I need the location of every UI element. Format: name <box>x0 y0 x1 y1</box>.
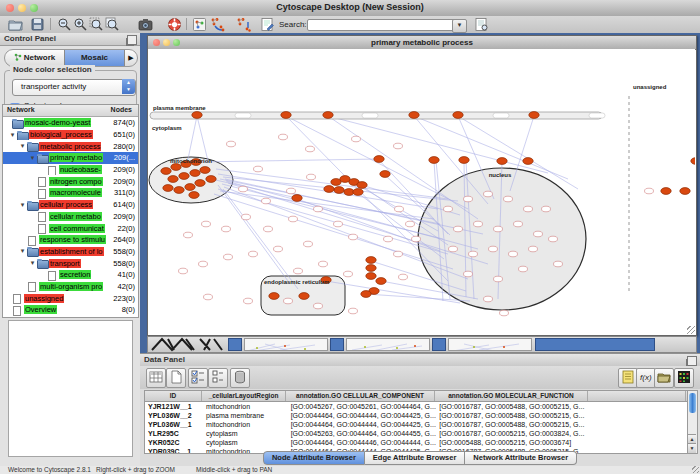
gene-node[interactable] <box>514 221 523 227</box>
network-window[interactable]: primary metabolic process plasma membran… <box>147 35 697 336</box>
selected-gene-node[interactable] <box>185 184 195 191</box>
gene-node[interactable] <box>264 226 273 232</box>
copy-network-style-icon[interactable] <box>210 17 225 32</box>
gene-node[interactable] <box>494 226 503 232</box>
selected-gene-node[interactable] <box>523 158 533 165</box>
table-cell[interactable]: [GO:0016787, GO:0005215, GO:0003824, G..… <box>436 429 588 438</box>
annotate-icon[interactable] <box>260 17 275 32</box>
minimized-window-thumbnail[interactable] <box>244 338 328 351</box>
gene-node[interactable] <box>254 166 263 172</box>
network-overview-icon[interactable] <box>192 17 207 32</box>
minimized-window-thumbnail[interactable] <box>346 338 430 351</box>
membrane-pill-node[interactable] <box>235 113 251 118</box>
gene-node[interactable] <box>184 232 193 238</box>
save-session-icon[interactable] <box>30 17 45 32</box>
gene-node[interactable] <box>284 298 293 304</box>
selected-gene-node[interactable] <box>189 192 199 199</box>
selected-gene-node[interactable] <box>206 176 216 183</box>
gene-node[interactable] <box>554 261 563 267</box>
selected-gene-node[interactable] <box>429 157 439 164</box>
gene-node[interactable] <box>464 196 473 202</box>
membrane-pill-node[interactable] <box>589 113 605 118</box>
gene-node[interactable] <box>464 271 473 277</box>
table-cell[interactable]: [GO:0044464, GO:0044444, GO:0044425, G..… <box>288 420 437 429</box>
tree-row[interactable]: ▾primary metabo209(... <box>3 152 138 164</box>
expand-triangle[interactable]: ▾ <box>28 259 37 267</box>
network-canvas[interactable]: plasma membranecytoplasmmitochondrionnuc… <box>148 49 695 333</box>
unselect-attributes-icon[interactable] <box>208 368 228 388</box>
snapshot-icon[interactable] <box>138 17 153 32</box>
table-cell[interactable]: mitochondrion <box>203 420 288 429</box>
selected-gene-node[interactable] <box>661 188 671 195</box>
gene-node[interactable] <box>222 226 231 232</box>
column-header[interactable] <box>588 391 686 401</box>
tree-row[interactable]: response to stimulu264(0) <box>3 234 138 246</box>
selected-gene-node[interactable] <box>366 257 376 264</box>
tree-row[interactable]: unassigned223(0) <box>3 292 138 304</box>
gene-node[interactable] <box>534 231 543 237</box>
selected-gene-node[interactable] <box>453 112 463 119</box>
gene-node[interactable] <box>494 276 503 282</box>
selected-gene-node[interactable] <box>497 158 507 165</box>
table-row[interactable]: YPL036W__1mitochondrion[GO:0044464, GO:0… <box>145 420 687 429</box>
gene-node[interactable] <box>500 310 509 316</box>
selected-gene-node[interactable] <box>269 293 279 300</box>
gene-node[interactable] <box>249 251 258 257</box>
gene-node[interactable] <box>449 246 458 252</box>
table-cell[interactable]: [GO:0005488, GO:0005215, GO:0003674] <box>436 438 588 447</box>
table-cell[interactable]: mitochondrion <box>203 402 288 411</box>
minimized-window-titlebar[interactable] <box>535 338 655 351</box>
table-cell[interactable]: [GO:0016787, GO:0005488, GO:0005215, G..… <box>436 411 588 420</box>
gene-node[interactable] <box>334 221 343 227</box>
minimized-window-icon[interactable] <box>228 338 242 351</box>
selected-gene-node[interactable] <box>376 278 386 285</box>
column-header[interactable]: _cellularLayoutRegion <box>202 391 286 401</box>
tree-row[interactable]: ▾metabolic process280(0) <box>3 140 138 152</box>
selected-gene-node[interactable] <box>292 195 302 202</box>
gene-node[interactable] <box>349 308 358 314</box>
selected-gene-node[interactable] <box>324 186 334 193</box>
table-cell[interactable]: [GO:0045263, GO:0044464, GO:0044455, G..… <box>288 429 437 438</box>
gene-node[interactable] <box>349 234 358 240</box>
table-row[interactable]: YJR121W__1mitochondrion[GO:0045267, GO:0… <box>145 402 687 411</box>
tab-network[interactable]: Network <box>5 50 64 66</box>
gene-node[interactable] <box>227 141 236 147</box>
gene-node[interactable] <box>542 206 551 212</box>
selected-gene-node[interactable] <box>323 112 333 119</box>
selected-gene-node[interactable] <box>161 168 171 175</box>
table-cell[interactable]: YJR121W__1 <box>145 402 203 411</box>
open-file-icon[interactable] <box>8 17 23 32</box>
float-panel-icon[interactable] <box>127 35 137 45</box>
gene-node[interactable] <box>289 216 298 222</box>
gene-node[interactable] <box>484 191 493 197</box>
gene-node[interactable] <box>395 206 404 212</box>
selected-gene-node[interactable] <box>163 185 173 192</box>
column-header[interactable]: ID <box>145 391 202 401</box>
attribute-batch-editor-icon[interactable] <box>618 368 638 388</box>
column-header[interactable]: annotation.GO MOLECULAR_FUNCTION <box>435 391 588 401</box>
gene-node[interactable] <box>287 188 296 194</box>
gene-node[interactable] <box>314 206 323 212</box>
selected-gene-node[interactable] <box>174 187 184 194</box>
selected-gene-node[interactable] <box>380 171 390 178</box>
selected-gene-node[interactable] <box>409 112 419 119</box>
column-header[interactable]: annotation.GO CELLULAR_COMPONENT <box>286 391 435 401</box>
table-cell[interactable]: [GO:0016787, GO:0005488, GO:0005215, G..… <box>436 402 588 411</box>
tree-row[interactable]: cellular metabo209(0) <box>3 211 138 223</box>
zoom-in-icon[interactable] <box>73 17 88 32</box>
table-cell[interactable]: YLR295C <box>145 429 203 438</box>
expand-triangle[interactable]: ▾ <box>18 142 27 150</box>
membrane-pill-node[interactable] <box>362 113 378 118</box>
tab-node-attribute-browser[interactable]: Node Attribute Browser <box>263 451 365 465</box>
gene-node[interactable] <box>549 236 558 242</box>
gene-node[interactable] <box>444 206 453 212</box>
table-cell[interactable]: cytoplasm <box>203 438 288 447</box>
gene-node[interactable] <box>529 246 538 252</box>
selected-gene-node[interactable] <box>192 112 202 119</box>
tab-overflow-arrow[interactable]: ▶ <box>125 50 137 66</box>
tab-network-attribute-browser[interactable]: Network Attribute Browser <box>465 451 577 465</box>
gene-node[interactable] <box>306 146 315 152</box>
table-cell[interactable]: plasma membrane <box>203 411 288 420</box>
table-cell[interactable] <box>589 402 687 411</box>
minimized-window-icon[interactable] <box>432 338 446 351</box>
